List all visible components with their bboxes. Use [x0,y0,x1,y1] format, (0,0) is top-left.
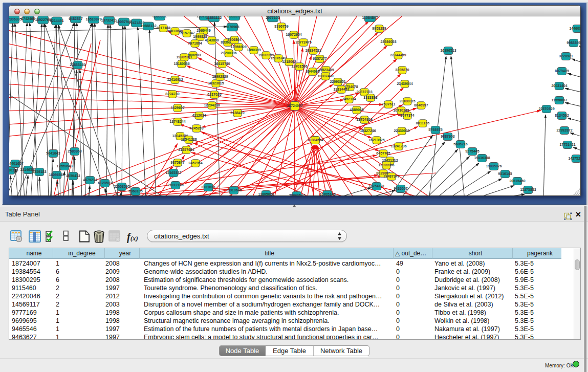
svg-text:10710248: 10710248 [393,108,409,112]
svg-text:17751421: 17751421 [559,143,575,146]
svg-text:15180586: 15180586 [173,62,189,65]
svg-text:9816145: 9816145 [498,172,512,176]
svg-text:4112034: 4112034 [192,114,206,117]
svg-text:13134457: 13134457 [333,87,349,91]
svg-text:22306335: 22306335 [9,17,22,21]
svg-text:3333883: 3333883 [363,96,377,99]
svg-text:7671884: 7671884 [188,41,202,45]
svg-text:22330030: 22330030 [394,129,409,133]
svg-text:8685577: 8685577 [227,16,241,18]
svg-text:5641643: 5641643 [46,151,60,155]
svg-text:15375853: 15375853 [520,188,536,191]
svg-text:1999828: 1999828 [193,35,207,38]
svg-text:22053595: 22053595 [114,185,129,188]
svg-text:2457954: 2457954 [188,161,202,165]
svg-text:16415740: 16415740 [214,62,230,65]
svg-text:19688132: 19688132 [140,24,156,28]
svg-text:10323815: 10323815 [208,81,224,85]
svg-text:16396513: 16396513 [440,49,456,52]
svg-text:15076749: 15076749 [270,56,286,60]
svg-text:20031404: 20031404 [551,84,567,87]
svg-text:6357277: 6357277 [313,57,326,60]
svg-text:21012166: 21012166 [167,183,183,187]
svg-text:19085076: 19085076 [486,164,502,168]
svg-text:16510878: 16510878 [85,17,101,21]
svg-text:16705148: 16705148 [319,192,335,195]
svg-text:9983893: 9983893 [567,41,580,45]
svg-text:18096865: 18096865 [49,173,64,177]
svg-text:3131636: 3131636 [201,185,215,189]
svg-text:2537611: 2537611 [382,102,396,106]
svg-text:19384554: 19384554 [307,138,323,142]
svg-text:14401657: 14401657 [9,162,24,165]
svg-text:8369062: 8369062 [153,16,166,18]
svg-text:13701506: 13701506 [291,64,307,68]
svg-text:4245263: 4245263 [189,126,203,130]
svg-text:22570529: 22570529 [538,107,554,111]
svg-text:5188470: 5188470 [230,111,244,115]
svg-text:17956909: 17956909 [230,45,246,49]
svg-text:12541238: 12541238 [181,138,197,141]
svg-text:15165337: 15165337 [165,171,181,174]
svg-text:19836388: 19836388 [474,156,490,160]
svg-text:15157347: 15157347 [179,31,194,35]
svg-text:23487347: 23487347 [383,174,399,178]
svg-text:13910648: 13910648 [226,188,242,192]
svg-text:9214491: 9214491 [50,19,63,23]
svg-text:8811165: 8811165 [416,121,430,125]
svg-text:2077105: 2077105 [266,16,279,19]
svg-text:19285201: 19285201 [176,55,192,59]
svg-text:23833160: 23833160 [70,63,85,67]
svg-text:1890399: 1890399 [247,48,260,52]
svg-text:21439044: 21439044 [397,82,412,85]
svg-text:2066449: 2066449 [197,29,210,32]
svg-text:22992872: 22992872 [556,128,572,132]
svg-text:20372723: 20372723 [356,90,372,94]
svg-text:6482877: 6482877 [69,17,82,20]
svg-text:9958289: 9958289 [372,27,386,30]
svg-text:4429607: 4429607 [170,106,184,110]
svg-text:18724007: 18724007 [287,104,302,107]
svg-text:13754919: 13754919 [356,118,372,121]
svg-text:13805018: 13805018 [258,192,274,195]
svg-text:5685216: 5685216 [453,142,467,146]
svg-text:4050413: 4050413 [66,174,80,178]
svg-text:14275203: 14275203 [568,157,580,160]
svg-text:10837430: 10837430 [317,74,333,78]
svg-text:17559643: 17559643 [56,164,72,168]
svg-text:12416912: 12416912 [167,78,183,81]
svg-text:2876966: 2876966 [225,25,239,29]
svg-text:21257684: 21257684 [178,148,194,151]
svg-text:11584847: 11584847 [362,16,378,19]
svg-text:9875847: 9875847 [170,161,184,164]
svg-text:9275445: 9275445 [465,149,479,153]
svg-text:22093651: 22093651 [330,80,345,83]
svg-text:6217026: 6217026 [207,93,221,96]
svg-text:14460856: 14460856 [569,27,580,30]
svg-text:19523409: 19523409 [318,68,334,72]
svg-text:21200396: 21200396 [221,51,236,55]
svg-text:12920906: 12920906 [378,163,394,167]
svg-text:8646997: 8646997 [414,103,428,107]
svg-text:9887903: 9887903 [441,135,454,138]
svg-text:6457765: 6457765 [376,151,390,155]
svg-text:6742460: 6742460 [21,17,35,20]
svg-text:10327246: 10327246 [360,129,376,133]
svg-text:3677374: 3677374 [400,114,414,117]
svg-text:11558837: 11558837 [552,98,568,102]
svg-text:13732411: 13732411 [101,18,117,22]
svg-text:8079409: 8079409 [555,69,569,73]
svg-text:6128503: 6128503 [98,181,112,185]
svg-text:12294238: 12294238 [204,103,220,107]
svg-text:20994697: 20994697 [289,193,304,195]
svg-text:6368105: 6368105 [128,189,142,193]
svg-text:4143890: 4143890 [205,38,219,42]
svg-text:1218062: 1218062 [282,60,296,63]
svg-text:20772475: 20772475 [295,40,311,44]
svg-text:18754131: 18754131 [368,184,384,188]
svg-text:10334531: 10334531 [305,49,321,52]
svg-text:18992829: 18992829 [212,75,228,78]
svg-text:2580963: 2580963 [68,149,81,153]
svg-text:3395870: 3395870 [395,68,409,72]
svg-text:11881122: 11881122 [206,16,222,19]
